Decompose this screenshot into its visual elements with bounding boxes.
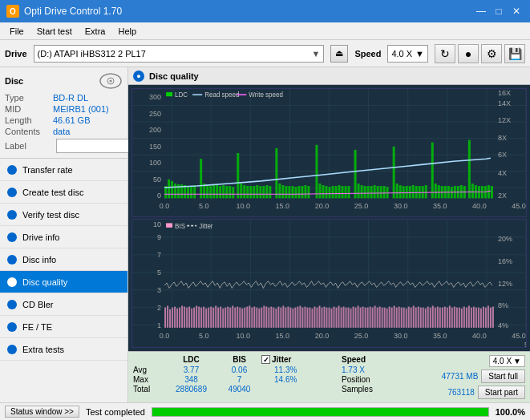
svg-rect-81	[288, 186, 290, 198]
disc-length-value: 46.61 GB	[53, 115, 90, 125]
disc-info-icon	[6, 254, 18, 265]
menu-start-test[interactable]: Start test	[30, 25, 79, 38]
svg-rect-296	[430, 308, 431, 328]
close-button[interactable]: ✕	[509, 4, 524, 18]
svg-rect-284	[401, 308, 403, 328]
ldc-chart: 0 50 100 150 200 250 300 2X 4X 6X 8X 12X…	[131, 88, 527, 217]
menu-extra[interactable]: Extra	[79, 25, 112, 38]
save-button[interactable]: 💾	[504, 44, 525, 63]
speed-dropdown[interactable]: 4.0 X ▼	[489, 355, 525, 367]
svg-rect-192	[179, 308, 180, 328]
nav-extra-tests[interactable]: Extra tests	[0, 338, 127, 361]
refresh-button[interactable]: ↻	[435, 44, 455, 63]
drive-label: Drive	[5, 49, 27, 59]
svg-rect-277	[384, 308, 386, 328]
svg-rect-230	[270, 307, 272, 328]
svg-text:0.0: 0.0	[160, 331, 170, 340]
transfer-rate-icon	[6, 164, 18, 176]
speed-label: Speed	[354, 49, 381, 59]
disc-contents-label: Contents	[5, 127, 53, 136]
svg-rect-195	[186, 308, 188, 328]
jitter-checkbox[interactable]: ✓	[261, 355, 270, 364]
svg-rect-209	[220, 307, 221, 328]
svg-text:LDC: LDC	[175, 91, 188, 99]
menu-file[interactable]: File	[3, 25, 30, 38]
svg-rect-218	[241, 309, 243, 328]
start-part-button[interactable]: Start part	[478, 386, 525, 399]
nav-fe-te[interactable]: FE / TE	[0, 316, 127, 338]
svg-text:0.0: 0.0	[160, 202, 170, 210]
svg-rect-240	[294, 308, 296, 328]
maximize-button[interactable]: □	[492, 4, 506, 18]
disc-type-row: Type BD-R DL	[5, 93, 123, 103]
start-full-button[interactable]: Start full	[481, 370, 525, 383]
svg-rect-46	[168, 180, 170, 199]
drive-value: (D:) ATAPI iHBS312 2 PL17	[38, 49, 146, 59]
svg-rect-87	[307, 186, 310, 198]
eject-button[interactable]: ⏏	[330, 45, 348, 63]
svg-rect-73	[259, 186, 261, 198]
svg-rect-310	[463, 307, 465, 328]
svg-rect-113	[403, 186, 405, 198]
disc-title: Disc	[5, 76, 23, 86]
drive-select[interactable]: (D:) ATAPI iHBS312 2 PL17 ▼	[34, 45, 325, 63]
svg-rect-305	[451, 308, 453, 328]
svg-rect-208	[217, 308, 219, 328]
speed-dropdown-value: 4.0 X	[493, 357, 512, 365]
svg-rect-302	[444, 307, 446, 328]
svg-rect-197	[191, 309, 192, 328]
svg-rect-120	[425, 185, 427, 198]
svg-text:200: 200	[149, 126, 161, 134]
nav-disc-info[interactable]: Disc info	[0, 248, 127, 271]
svg-rect-67	[240, 184, 242, 198]
menu-help[interactable]: Help	[111, 25, 143, 38]
svg-rect-62	[222, 185, 225, 198]
svg-rect-294	[425, 309, 427, 328]
progress-percent: 100.0%	[496, 407, 525, 417]
svg-rect-309	[461, 309, 463, 328]
speed-select[interactable]: 4.0 X ▼	[387, 45, 428, 63]
settings-button[interactable]: ⚙	[481, 44, 502, 63]
minimize-button[interactable]: —	[474, 4, 488, 18]
svg-rect-132	[468, 140, 471, 199]
svg-rect-105	[374, 185, 376, 198]
svg-rect-190	[174, 307, 176, 328]
toolbar-buttons: ↻ ● ⚙ 💾	[435, 44, 525, 63]
svg-rect-205	[210, 307, 212, 328]
samples-row: 763118 Start part	[447, 386, 525, 399]
nav-transfer-rate[interactable]: Transfer rate	[0, 159, 127, 181]
burn-button[interactable]: ●	[458, 44, 479, 63]
nav-verify-test-disc-label: Verify test disc	[22, 210, 79, 220]
nav-drive-info[interactable]: Drive info	[0, 226, 127, 248]
svg-rect-121	[431, 143, 434, 199]
svg-rect-95	[338, 185, 341, 198]
svg-rect-237	[287, 307, 289, 328]
nav-disc-quality[interactable]: Disc quality	[0, 271, 127, 293]
svg-rect-269	[365, 308, 366, 328]
nav-cd-bler[interactable]: CD Bler	[0, 293, 127, 316]
svg-rect-72	[256, 185, 258, 198]
progress-bar-container	[152, 407, 489, 417]
svg-rect-307	[456, 308, 458, 328]
svg-rect-77	[275, 148, 277, 199]
svg-rect-199	[196, 305, 197, 327]
svg-rect-243	[301, 308, 303, 328]
svg-rect-98	[348, 186, 350, 198]
svg-text:10: 10	[153, 220, 161, 228]
nav-verify-test-disc[interactable]: Verify test disc	[0, 204, 127, 226]
svg-rect-116	[412, 185, 415, 198]
svg-rect-201	[200, 308, 202, 328]
svg-rect-140	[166, 92, 172, 96]
row-max-bis: 7	[217, 375, 261, 384]
svg-rect-293	[423, 308, 424, 328]
svg-rect-251	[321, 308, 322, 328]
svg-text:20.0: 20.0	[315, 331, 330, 340]
status-window-button[interactable]: Status window >>	[5, 406, 79, 418]
svg-text:2: 2	[157, 303, 161, 312]
svg-rect-207	[215, 305, 216, 327]
nav-create-test-disc[interactable]: Create test disc	[0, 181, 127, 204]
svg-text:6X: 6X	[498, 151, 507, 159]
svg-text:35.0: 35.0	[433, 202, 447, 210]
svg-rect-232	[275, 309, 277, 328]
svg-rect-80	[285, 186, 287, 198]
